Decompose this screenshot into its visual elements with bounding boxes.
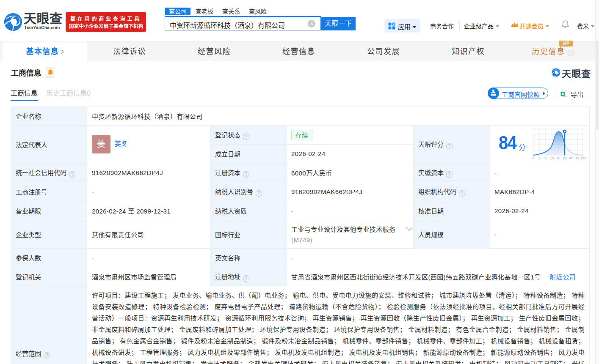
svg-text:99: 99 [575, 156, 580, 160]
svg-text:97: 97 [569, 156, 573, 160]
svg-text:5: 5 [545, 156, 547, 160]
svg-text:1: 1 [538, 156, 541, 160]
svg-text:100: 100 [580, 156, 586, 160]
svg-text:50: 50 [556, 156, 560, 160]
svg-text:15: 15 [550, 156, 554, 160]
svg-text:85: 85 [563, 156, 567, 160]
svg-text:0: 0 [533, 156, 535, 160]
